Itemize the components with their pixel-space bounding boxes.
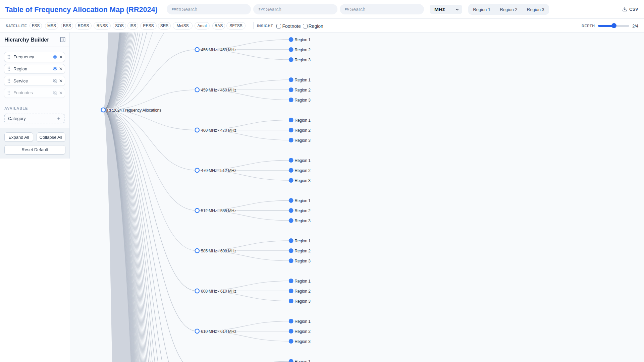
svg-text:Region 1: Region 1	[294, 319, 311, 324]
svg-text:Region 3: Region 3	[294, 299, 311, 304]
svg-text:585 MHz - 608 MHz: 585 MHz - 608 MHz	[201, 249, 236, 253]
svg-text:456 MHz - 459 MHz: 456 MHz - 459 MHz	[201, 48, 236, 52]
svg-text:Region 1: Region 1	[294, 118, 311, 123]
svg-text:Region 3: Region 3	[294, 178, 311, 183]
svg-text:Region 2: Region 2	[294, 289, 311, 294]
svg-text:Region 1: Region 1	[294, 78, 311, 82]
svg-text:Region 1: Region 1	[294, 279, 311, 284]
svg-text:Region 2: Region 2	[294, 128, 311, 133]
svg-text:Region 2: Region 2	[294, 249, 311, 253]
svg-text:Region 3: Region 3	[294, 98, 311, 103]
svg-text:460 MHz - 470 MHz: 460 MHz - 470 MHz	[201, 128, 236, 133]
svg-text:Region 3: Region 3	[294, 138, 311, 143]
svg-text:Region 3: Region 3	[294, 219, 311, 223]
svg-text:Region 1: Region 1	[294, 359, 311, 362]
svg-text:Region 2: Region 2	[294, 168, 311, 173]
svg-text:608 MHz - 610 MHz: 608 MHz - 610 MHz	[201, 289, 236, 294]
svg-text:Region 1: Region 1	[294, 198, 311, 203]
svg-text:610 MHz - 614 MHz: 610 MHz - 614 MHz	[201, 329, 236, 334]
svg-text:Region 3: Region 3	[294, 259, 311, 263]
svg-text:Region 2: Region 2	[294, 208, 311, 213]
svg-text:RR2024 Frequency Allocations: RR2024 Frequency Allocations	[107, 108, 161, 113]
svg-text:Region 3: Region 3	[294, 339, 311, 344]
svg-text:Region 2: Region 2	[294, 88, 311, 93]
svg-text:470 MHz - 512 MHz: 470 MHz - 512 MHz	[201, 168, 236, 173]
svg-text:Region 1: Region 1	[294, 239, 311, 243]
svg-text:459 MHz - 460 MHz: 459 MHz - 460 MHz	[201, 88, 236, 93]
svg-text:512 MHz - 585 MHz: 512 MHz - 585 MHz	[201, 208, 236, 213]
svg-text:Region 1: Region 1	[294, 158, 311, 163]
svg-text:Region 2: Region 2	[294, 329, 311, 334]
svg-text:Region 3: Region 3	[294, 58, 311, 62]
svg-text:Region 2: Region 2	[294, 48, 311, 52]
svg-text:Region 1: Region 1	[294, 38, 311, 42]
